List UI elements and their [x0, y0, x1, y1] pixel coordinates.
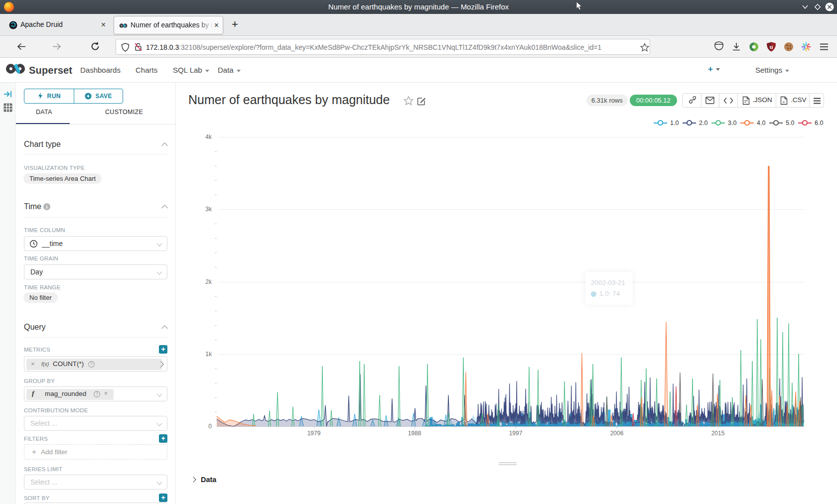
svg-text:?: ? — [96, 391, 98, 396]
svg-text:?: ? — [90, 362, 93, 367]
svg-text:u: u — [770, 44, 773, 50]
svg-text:x: x — [783, 100, 785, 104]
